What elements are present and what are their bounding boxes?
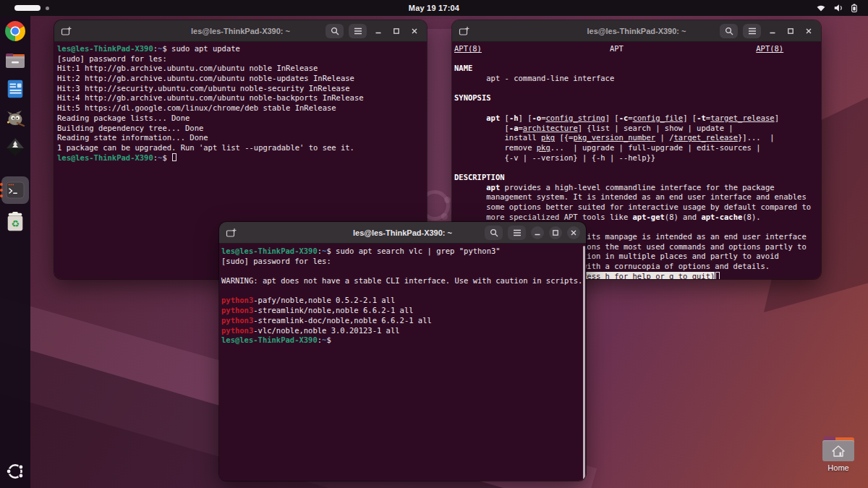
terminal-line: apt - command-line interface <box>454 74 821 84</box>
maximize-icon <box>787 27 794 35</box>
close-icon <box>411 27 418 35</box>
minimize-button[interactable] <box>766 25 779 38</box>
terminal-line: apt provides a high-level commandline in… <box>454 183 821 193</box>
search-button[interactable] <box>485 226 503 240</box>
new-tab-icon <box>459 26 470 36</box>
running-window-dots <box>0 183 3 197</box>
minimize-button[interactable] <box>372 25 385 38</box>
terminal-line: python3-pafy/noble,noble 0.5.2-2.1 all <box>221 296 586 306</box>
maximize-button[interactable] <box>784 25 797 38</box>
terminal-content[interactable]: les@les-ThinkPad-X390:~$ sudo apt search… <box>219 244 586 481</box>
cursor <box>715 272 720 279</box>
terminal-line: python3-streamlink-doc/noble,noble 6.6.2… <box>221 316 586 326</box>
home-folder-icon <box>822 437 854 461</box>
top-bar: May 19 17:04 <box>0 0 868 16</box>
writer-document-icon <box>5 79 25 99</box>
terminal-line: Hit:3 http://security.ubuntu.com/ubuntu … <box>57 84 427 94</box>
dock-item-gimp[interactable] <box>3 106 27 130</box>
minimize-button[interactable] <box>531 226 544 239</box>
new-tab-icon <box>226 228 237 238</box>
terminal-line: les@les-ThinkPad-X390:~$ sudo apt search… <box>221 247 586 257</box>
terminal-line: Hit:5 https://dl.google.com/linux/chrome… <box>57 103 427 114</box>
hamburger-menu-icon <box>354 27 362 35</box>
minimize-icon <box>375 27 382 35</box>
terminal-line <box>221 266 586 276</box>
clock[interactable]: May 19 17:04 <box>0 4 868 12</box>
terminal-line: Reading package lists... Done <box>57 114 427 124</box>
trash-icon: ♻ <box>5 211 25 233</box>
desktop: May 19 17:04 <box>0 0 868 488</box>
new-tab-button[interactable] <box>459 26 470 36</box>
terminal-line: management system. It is intended as an … <box>454 192 821 202</box>
hamburger-menu-icon <box>748 27 757 35</box>
new-tab-icon <box>61 26 72 36</box>
dock-item-files[interactable] <box>3 48 27 72</box>
dock-item-libreoffice-writer[interactable] <box>3 77 27 101</box>
menu-button[interactable] <box>743 24 761 38</box>
svg-text:♻: ♻ <box>11 218 20 229</box>
close-button[interactable] <box>567 226 580 239</box>
close-button[interactable] <box>408 25 421 38</box>
cursor <box>172 153 176 161</box>
terminal-line: WARNING: apt does not have a stable CLI … <box>221 276 586 286</box>
search-button[interactable] <box>326 24 344 38</box>
wifi-icon <box>816 4 826 12</box>
minimize-icon <box>534 229 541 236</box>
dock-item-trash[interactable]: ♻ <box>3 210 27 234</box>
terminal-line: more specialized APT tools like apt-get(… <box>454 213 821 223</box>
dock-item-google-chrome[interactable] <box>3 19 27 43</box>
dock-item-inkscape[interactable] <box>3 134 27 159</box>
terminal-line <box>454 163 821 173</box>
terminal-line: remove pkg... | upgrade | full-upgrade |… <box>454 143 821 153</box>
terminal-line: python3-streamlink/noble,noble 6.6.2-1 a… <box>221 306 586 316</box>
terminal-line: install pkg [{=pkg_version_number | /tar… <box>454 133 821 143</box>
maximize-icon <box>552 229 559 236</box>
terminal-window-apt-search: les@les-ThinkPad-X390: ~ les@les-ThinkPa… <box>219 222 586 481</box>
dock-item-terminal[interactable] <box>1 176 29 204</box>
terminal-line: 1 package can be upgraded. Run 'apt list… <box>57 143 427 153</box>
terminal-line: Reading state information... Done <box>57 133 427 143</box>
new-tab-button[interactable] <box>61 26 72 36</box>
search-icon <box>490 228 498 237</box>
maximize-button[interactable] <box>549 226 562 239</box>
close-icon <box>570 229 577 236</box>
terminal-line: [sudo] password for les: <box>57 54 427 64</box>
terminal-icon <box>4 179 26 201</box>
terminal-line: {-v | --version} | {-h | --help}} <box>454 153 821 163</box>
close-button[interactable] <box>802 25 815 38</box>
terminal-line: Building dependency tree... Done <box>57 124 427 134</box>
house-glyph <box>822 440 854 461</box>
dock: ♻ <box>0 16 30 488</box>
search-button[interactable] <box>720 24 738 38</box>
ubuntu-logo-icon <box>7 463 24 480</box>
new-tab-button[interactable] <box>226 228 237 238</box>
titlebar[interactable]: les@les-ThinkPad-X390: ~ <box>219 222 586 244</box>
terminal-line: les@les-ThinkPad-X390:~$ sudo apt update <box>57 44 427 54</box>
terminal-line: les@les-ThinkPad-X390:~$ <box>57 153 427 163</box>
terminal-line: Hit:1 http://gb.archive.ubuntu.com/ubunt… <box>57 64 427 74</box>
menu-button[interactable] <box>349 24 367 38</box>
desktop-icon-home[interactable]: Home <box>820 437 857 479</box>
terminal-line: apt [-h] [-o=config_string] [-c=config_f… <box>454 114 821 124</box>
home-icon-label: Home <box>827 463 848 472</box>
terminal-line <box>221 286 586 296</box>
show-apps-button[interactable] <box>3 459 27 484</box>
maximize-icon <box>393 27 400 35</box>
close-icon <box>805 27 812 35</box>
terminal-line: [-a=architecture] {list | search | show … <box>454 124 821 134</box>
titlebar[interactable]: les@les-ThinkPad-X390: ~ <box>54 20 427 42</box>
terminal-line: APT(8) APT APT(8) <box>454 44 821 54</box>
minimize-icon <box>769 27 776 35</box>
terminal-line: SYNOPSIS <box>454 93 821 103</box>
titlebar[interactable]: les@les-ThinkPad-X390: ~ <box>452 20 821 42</box>
terminal-line: Hit:2 http://gb.archive.ubuntu.com/ubunt… <box>57 74 427 84</box>
maximize-button[interactable] <box>390 25 403 38</box>
system-tray[interactable] <box>816 0 858 16</box>
battery-icon <box>851 3 858 13</box>
menu-button[interactable] <box>508 226 526 240</box>
files-folder-icon <box>4 49 26 71</box>
gimp-icon <box>4 107 26 129</box>
scrollbar[interactable] <box>583 246 585 479</box>
terminal-line <box>454 84 821 94</box>
terminal-line: some options better suited for interacti… <box>454 202 821 213</box>
